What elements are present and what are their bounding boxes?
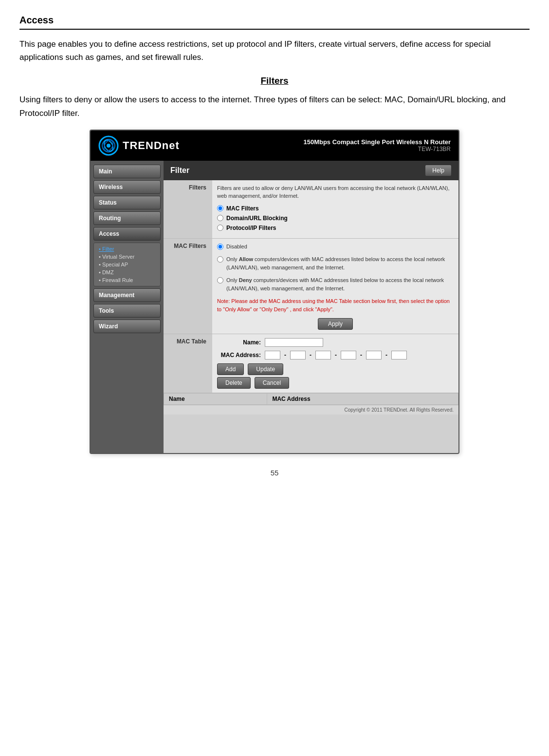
- sidebar-subitem-virtual-server[interactable]: • Virtual Server: [97, 253, 157, 261]
- trendnet-model: TEW-713BR: [303, 146, 451, 152]
- radio-protocol-ip[interactable]: [217, 225, 223, 231]
- list-header-row: Name MAC Address: [164, 394, 458, 405]
- page-number: 55: [19, 469, 530, 477]
- mac-deny-row: Only Deny computers/devices with MAC add…: [217, 276, 454, 292]
- mac-table-label: MAC Table: [164, 334, 212, 393]
- add-button[interactable]: Add: [217, 363, 244, 375]
- trendnet-product-info: 150Mbps Compact Single Port Wireless N R…: [303, 138, 451, 152]
- trendnet-logo-icon: [98, 135, 119, 156]
- filter-option-domain: Domain/URL Blocking: [217, 215, 454, 222]
- note-text: Note: Please add the MAC address using t…: [217, 297, 454, 313]
- content-header-title: Filter: [170, 166, 189, 175]
- filter-option-mac: MAC Filters: [217, 205, 454, 212]
- section-subtitle: Filters: [19, 76, 530, 86]
- sidebar-btn-routing[interactable]: Routing: [93, 211, 161, 225]
- mac-seg-6[interactable]: [391, 351, 407, 359]
- radio-allow[interactable]: [217, 256, 223, 263]
- mac-sep-4: -: [360, 352, 362, 359]
- radio-protocol-ip-label: Protocol/IP Filters: [226, 225, 276, 231]
- sidebar-btn-main[interactable]: Main: [93, 165, 161, 178]
- col-name: Name: [164, 394, 267, 405]
- mac-deny-label: Only Deny computers/devices with MAC add…: [226, 276, 454, 292]
- page-title: Access: [19, 15, 530, 30]
- filter-option-protocol: Protocol/IP Filters: [217, 225, 454, 231]
- radio-domain-blocking-label: Domain/URL Blocking: [226, 215, 288, 222]
- sidebar-btn-management[interactable]: Management: [93, 288, 161, 302]
- filters-value: Filters are used to allow or deny LAN/WL…: [212, 180, 458, 239]
- content-header: Filter Help: [164, 161, 458, 180]
- mac-sep-5: -: [385, 352, 387, 359]
- radio-deny[interactable]: [217, 277, 223, 284]
- mac-filters-label: MAC Filters: [164, 238, 212, 334]
- filters-label: Filters: [164, 180, 212, 239]
- action-buttons-2: Delete Cancel: [217, 377, 454, 389]
- sidebar-btn-wizard[interactable]: Wizard: [93, 320, 161, 333]
- mac-disabled-label: Disabled: [226, 243, 247, 251]
- radio-domain-blocking[interactable]: [217, 215, 223, 221]
- mac-sep-2: -: [310, 352, 311, 359]
- cancel-button[interactable]: Cancel: [255, 377, 289, 389]
- sidebar-subitem-dmz[interactable]: • DMZ: [97, 268, 157, 276]
- sidebar-btn-access[interactable]: Access: [93, 227, 161, 241]
- mac-table-value: Name: MAC Address: - -: [212, 334, 458, 393]
- radio-mac-filters[interactable]: [217, 205, 223, 211]
- sidebar-btn-wireless[interactable]: Wireless: [93, 180, 161, 194]
- mac-seg-1[interactable]: [265, 351, 280, 359]
- mac-address-field-label: MAC Address:: [217, 352, 261, 359]
- radio-mac-filters-label: MAC Filters: [226, 205, 259, 212]
- help-button[interactable]: Help: [425, 165, 452, 176]
- action-buttons: Add Update: [217, 363, 454, 375]
- mac-seg-3[interactable]: [315, 351, 331, 359]
- list-table: Name MAC Address: [164, 393, 458, 405]
- sidebar: Main Wireless Status Routing Access • Fi…: [91, 161, 164, 453]
- filters-row: Filters Filters are used to allow or den…: [164, 180, 458, 239]
- sidebar-subitem-special-ap[interactable]: • Special AP: [97, 261, 157, 268]
- ui-body: Main Wireless Status Routing Access • Fi…: [91, 161, 458, 453]
- name-row: Name:: [217, 338, 454, 347]
- content-area: Filter Help Filters Filters are used to …: [164, 161, 458, 453]
- mac-seg-4[interactable]: [341, 351, 356, 359]
- mac-allow-row: Only Allow computers/devices with MAC ad…: [217, 255, 454, 271]
- mac-filters-value: Disabled Only Allow computers/devices wi…: [212, 238, 458, 334]
- name-field-label: Name:: [217, 339, 261, 346]
- sidebar-subitem-firewall-rule[interactable]: • Firewall Rule: [97, 276, 157, 284]
- sidebar-btn-tools[interactable]: Tools: [93, 304, 161, 318]
- apply-button[interactable]: Apply: [318, 318, 353, 330]
- radio-disabled[interactable]: [217, 244, 223, 250]
- update-button[interactable]: Update: [248, 363, 283, 375]
- mac-address-row: MAC Address: - - - -: [217, 351, 454, 359]
- copyright-bar: Copyright © 2011 TRENDnet. All Rights Re…: [164, 405, 458, 415]
- col-mac-address: MAC Address: [267, 394, 458, 405]
- delete-button[interactable]: Delete: [217, 377, 251, 389]
- mac-sep-3: -: [335, 352, 337, 359]
- mac-allow-label: Only Allow computers/devices with MAC ad…: [226, 255, 454, 271]
- form-table: Filters Filters are used to allow or den…: [164, 180, 458, 394]
- trendnet-product-name: 150Mbps Compact Single Port Wireless N R…: [303, 138, 451, 146]
- mac-disabled-row: Disabled: [217, 243, 454, 251]
- router-header: TRENDnet 150Mbps Compact Single Port Wir…: [91, 131, 458, 161]
- mac-table-row: MAC Table Name: MAC Address:: [164, 334, 458, 393]
- mac-sep-1: -: [284, 352, 286, 359]
- name-input[interactable]: [265, 338, 323, 347]
- mac-table-inner: Name: MAC Address: - -: [217, 338, 454, 389]
- svg-point-3: [107, 144, 110, 148]
- trendnet-logo: TRENDnet: [98, 135, 180, 156]
- router-ui: TRENDnet 150Mbps Compact Single Port Wir…: [90, 130, 459, 454]
- sidebar-subitem-filter[interactable]: • Filter: [97, 245, 157, 253]
- mac-seg-2[interactable]: [290, 351, 306, 359]
- trendnet-logo-text: TRENDnet: [123, 139, 180, 152]
- desc-text: Using filters to deny or allow the users…: [19, 93, 530, 119]
- sidebar-btn-status[interactable]: Status: [93, 196, 161, 209]
- sidebar-subitems: • Filter • Virtual Server • Special AP •…: [93, 243, 161, 286]
- intro-text: This page enables you to define access r…: [19, 38, 530, 64]
- mac-filters-row: MAC Filters Disabled Only Allow computer…: [164, 238, 458, 334]
- filter-desc: Filters are used to allow or deny LAN/WL…: [217, 184, 454, 200]
- mac-seg-5[interactable]: [366, 351, 382, 359]
